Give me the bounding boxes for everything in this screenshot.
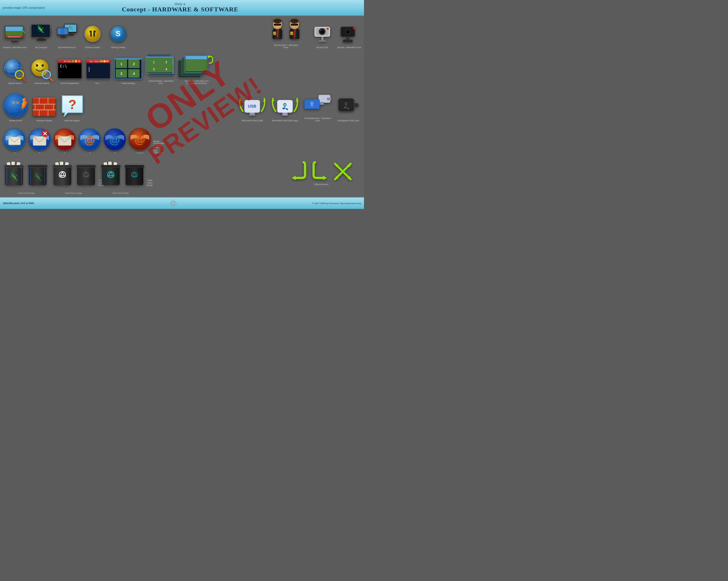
svg-rect-207 bbox=[21, 167, 22, 184]
trash1-empty-svg: 🦎 bbox=[26, 161, 49, 187]
cam-svg bbox=[310, 23, 334, 45]
network-icon: 🦎 bbox=[55, 23, 78, 45]
tb1-svg bbox=[3, 128, 26, 151]
svg-point-62 bbox=[346, 30, 347, 31]
row-2: Internet Search bbox=[3, 55, 361, 85]
trash-3-empty bbox=[123, 161, 146, 187]
tb1-label: v1 bbox=[14, 152, 16, 154]
trash-2-full bbox=[51, 161, 74, 187]
svg-rect-211 bbox=[30, 167, 31, 184]
svg-rect-17 bbox=[69, 33, 73, 34]
usb-logo-svg bbox=[270, 93, 300, 118]
trash-2-empty bbox=[75, 161, 97, 187]
my-computer-svg: 🦎 bbox=[30, 23, 53, 45]
security-agent-icon: ★ ★ bbox=[265, 19, 307, 43]
svg-rect-134 bbox=[48, 98, 48, 104]
svg-point-53 bbox=[320, 30, 321, 31]
svg-point-63 bbox=[353, 27, 355, 29]
footer-spec: 256x256 pixel, ICO & PNG bbox=[3, 202, 34, 205]
tb6-label: v6 ★ Fav bbox=[136, 152, 144, 154]
row-3: Mozilla Firefox bbox=[3, 90, 361, 122]
arrows-group: Different Arrows bbox=[281, 161, 361, 186]
arrows-label: Different Arrows bbox=[314, 183, 329, 186]
svg-text:🦎: 🦎 bbox=[36, 25, 45, 34]
desktop-icon-cell: SHOW DESKTOP 🦎 Desktop + alternative Ico… bbox=[3, 23, 27, 49]
svg-rect-132 bbox=[33, 109, 55, 110]
trash-1-group: 🦎 🦎 bbox=[3, 161, 48, 187]
thunderbird-6: @ v6 ★ Fav bbox=[128, 128, 152, 154]
vdesk-alt-svg: 1 2 3 4 bbox=[145, 55, 177, 79]
firefox-icon bbox=[3, 93, 28, 118]
svg-text:S: S bbox=[115, 29, 121, 38]
my-computer-icon: 🦎 bbox=[30, 23, 53, 45]
svg-rect-22 bbox=[60, 37, 67, 37]
windows-search-icon bbox=[30, 57, 54, 81]
svg-line-78 bbox=[49, 77, 53, 81]
arrows-icons bbox=[289, 161, 354, 182]
usb-transparent-label: (Transparent USB Case) bbox=[338, 119, 360, 122]
tb5-svg: @ bbox=[103, 128, 127, 151]
usb-alt-icon bbox=[303, 90, 333, 116]
virtual-desktop-alt-icon: 1 2 3 4 bbox=[145, 55, 177, 79]
svg-rect-184 bbox=[354, 104, 356, 105]
svg-rect-56 bbox=[319, 40, 326, 42]
svg-rect-12 bbox=[39, 37, 44, 39]
svg-rect-140 bbox=[33, 98, 55, 99]
cam-alt-svg bbox=[338, 24, 361, 45]
svg-point-74 bbox=[36, 64, 38, 66]
help-cell: ? Help and Support bbox=[60, 94, 84, 122]
svg-text:@: @ bbox=[84, 134, 95, 146]
svg-rect-212 bbox=[45, 167, 45, 184]
svg-text:🦎: 🦎 bbox=[9, 172, 19, 181]
security-cam-icon bbox=[310, 23, 334, 45]
sharing-overlay-cell: S Sharing Overlay bbox=[107, 23, 130, 49]
arrow3-svg bbox=[332, 161, 354, 182]
usb-drive-icon: USB bbox=[237, 93, 267, 118]
arrow2-svg bbox=[311, 161, 329, 182]
internet-search-cell: Internet Search bbox=[3, 57, 27, 85]
svg-rect-162 bbox=[286, 113, 287, 114]
trash3-full-svg bbox=[100, 161, 122, 187]
thunderbird-group: v1 bbox=[3, 128, 145, 154]
footer-copyright: © 2007-2009 by Exhumed. http://[exhumed.… bbox=[312, 202, 361, 205]
help-icon: ? bbox=[60, 94, 84, 118]
trash1-full-svg: 🦎 bbox=[3, 161, 25, 187]
title-main: Concept - HARDWARE & SOFTWARE bbox=[122, 6, 238, 13]
thunderbird-main-label: Mozilla Thunderbird + different Versions bbox=[153, 140, 164, 148]
svg-text:MS-Dos: MS-Dos bbox=[64, 60, 71, 63]
shortcut-svg bbox=[84, 25, 101, 43]
svg-point-29 bbox=[94, 31, 96, 32]
virtual-desktop-alt-label: Virtual Desktop + alternative Icon bbox=[147, 80, 175, 85]
page-title: Only a Concept - HARDWARE & SOFTWARE bbox=[45, 2, 316, 13]
svg-point-23 bbox=[60, 29, 65, 34]
svg-text:SHOW DESKTOP: SHOW DESKTOP bbox=[8, 36, 21, 37]
thunderbird-fav-label: ( My Favourite ) bbox=[153, 150, 164, 154]
svg-point-182 bbox=[347, 108, 349, 109]
svg-rect-167 bbox=[329, 98, 330, 99]
shortcut-overlay-icon bbox=[81, 23, 104, 45]
svg-rect-226 bbox=[126, 167, 143, 185]
topdesk-svg bbox=[178, 55, 215, 79]
svg-rect-103 bbox=[114, 58, 142, 59]
usb-black-svg bbox=[336, 94, 361, 118]
svg-point-236 bbox=[172, 202, 174, 204]
svg-point-129 bbox=[16, 101, 19, 104]
svg-marker-228 bbox=[292, 176, 296, 180]
agents-svg: ★ ★ bbox=[265, 19, 307, 43]
svg-point-25 bbox=[85, 26, 101, 42]
svg-point-28 bbox=[89, 31, 91, 32]
main-content: ONLY PREVIEW! SHOW DESKTOP bbox=[0, 16, 364, 197]
svg-rect-150 bbox=[253, 113, 255, 114]
svg-rect-14 bbox=[50, 29, 51, 35]
firewall-svg bbox=[31, 96, 57, 117]
svg-point-82 bbox=[75, 60, 77, 62]
shortcut-overlay-cell: Shortcut Overlay bbox=[81, 23, 104, 49]
security-alt-icon bbox=[338, 24, 361, 45]
svg-rect-205 bbox=[4, 165, 24, 167]
trash3-bottom-label: Trash Full & Empty bbox=[98, 192, 142, 194]
run-svg: Run Application bbox=[85, 58, 111, 81]
usb-drive-label: Removable Drive (USB) bbox=[241, 119, 263, 122]
usb-alt-cell: Removable Drive + alternative Icons bbox=[303, 90, 333, 122]
tb-main-label-wrap: Mozilla Thunderbird + different Versions… bbox=[153, 140, 164, 154]
svg-point-54 bbox=[327, 28, 329, 30]
